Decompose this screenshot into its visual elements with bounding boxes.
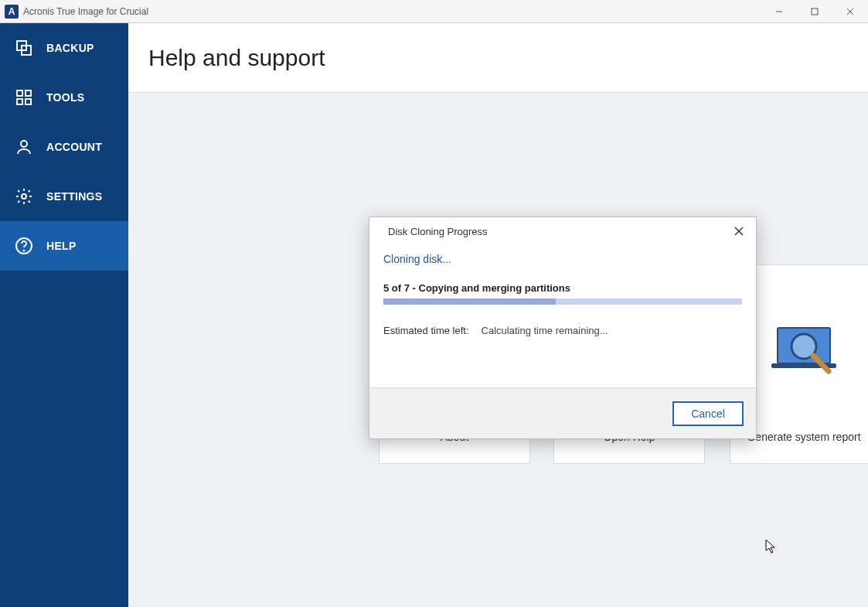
svg-rect-7 xyxy=(26,90,31,96)
app-icon: A xyxy=(5,5,19,19)
dialog-title: Disk Cloning Progress xyxy=(388,226,488,237)
card-system-report-label: Generate system report xyxy=(747,431,860,443)
svg-point-10 xyxy=(21,141,27,147)
help-icon xyxy=(14,236,34,256)
svg-point-11 xyxy=(22,194,26,199)
backup-icon xyxy=(14,38,34,58)
sidebar-item-label: BACKUP xyxy=(46,42,94,54)
window-maximize-button[interactable] xyxy=(797,0,832,23)
tools-icon xyxy=(14,87,34,107)
progress-bar xyxy=(383,298,742,305)
dialog-step-text: 5 of 7 - Copying and merging partitions xyxy=(383,282,742,294)
magnifier-laptop-icon xyxy=(765,265,842,431)
svg-point-13 xyxy=(24,251,25,251)
svg-rect-6 xyxy=(17,90,22,96)
settings-icon xyxy=(14,186,34,206)
app-title: Acronis True Image for Crucial xyxy=(23,6,148,17)
dialog-close-button[interactable] xyxy=(730,222,748,240)
disk-cloning-progress-dialog: Disk Cloning Progress Cloning disk... 5 … xyxy=(369,217,757,439)
window-minimize-button[interactable] xyxy=(761,0,797,23)
window-close-button[interactable] xyxy=(832,0,868,23)
cancel-button[interactable]: Cancel xyxy=(672,401,744,426)
sidebar-item-label: TOOLS xyxy=(46,91,84,104)
estimated-time-label: Estimated time left: xyxy=(383,325,469,336)
window-titlebar: A Acronis True Image for Crucial xyxy=(0,0,868,23)
svg-rect-1 xyxy=(812,9,818,15)
svg-rect-9 xyxy=(26,99,31,104)
sidebar-item-help[interactable]: HELP xyxy=(0,221,128,271)
main-area: Help and support About Open Help Generat… xyxy=(128,23,868,607)
account-icon xyxy=(14,137,34,157)
svg-rect-8 xyxy=(17,99,22,104)
sidebar-item-account[interactable]: ACCOUNT xyxy=(0,122,128,172)
page-title: Help and support xyxy=(148,45,325,71)
sidebar-item-label: ACCOUNT xyxy=(46,141,102,153)
mouse-cursor-icon xyxy=(765,539,778,558)
sidebar-item-backup[interactable]: BACKUP xyxy=(0,23,128,73)
page-header: Help and support xyxy=(128,23,868,93)
estimated-time-value: Calculating time remaining... xyxy=(482,325,608,336)
sidebar-item-label: SETTINGS xyxy=(46,190,102,203)
sidebar-item-tools[interactable]: TOOLS xyxy=(0,73,128,122)
progress-fill xyxy=(383,298,556,305)
sidebar-item-label: HELP xyxy=(46,240,77,252)
sidebar: BACKUP TOOLS ACCOUNT SETTINGS HELP xyxy=(0,23,128,607)
sidebar-item-settings[interactable]: SETTINGS xyxy=(0,172,128,221)
dialog-status-line: Cloning disk... xyxy=(383,253,742,265)
